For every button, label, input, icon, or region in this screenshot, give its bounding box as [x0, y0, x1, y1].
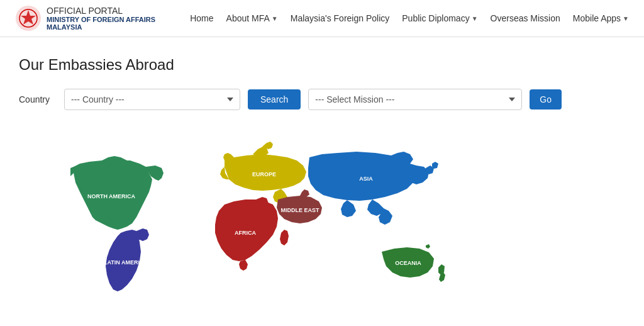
mission-select[interactable]: --- Select Mission ---: [308, 89, 522, 110]
map-container: NORTH AMERICA LATIN AMERICA EUROPE AFR: [19, 123, 625, 312]
main-nav: Home About MFA ▼ Malaysia's Foreign Poli…: [190, 13, 629, 23]
chevron-down-icon: ▼: [623, 15, 629, 22]
logo-text: OFFICIAL PORTAL MINISTRY OF FOREIGN AFFA…: [47, 6, 155, 31]
header: OFFICIAL PORTAL MINISTRY OF FOREIGN AFFA…: [0, 0, 644, 37]
main-content: Our Embassies Abroad Country --- Country…: [0, 37, 644, 312]
north-america-region[interactable]: NORTH AMERICA: [70, 156, 164, 230]
nav-overseas-mission[interactable]: Overseas Mission: [491, 13, 560, 23]
nav-about-mfa[interactable]: About MFA ▼: [226, 13, 278, 23]
nav-home[interactable]: Home: [190, 13, 213, 23]
chevron-down-icon: ▼: [272, 15, 278, 22]
country-label: Country: [19, 94, 57, 104]
europe-region[interactable]: EUROPE: [220, 142, 306, 203]
go-button[interactable]: Go: [530, 89, 562, 110]
nav-mobile-apps[interactable]: Mobile Apps ▼: [573, 13, 629, 23]
filter-row: Country --- Country --- Search --- Selec…: [19, 89, 625, 110]
oceania-region[interactable]: OCEANIA: [382, 244, 445, 282]
asia-region[interactable]: ASIA: [308, 152, 438, 225]
logo-icon: [15, 5, 42, 31]
latin-america-region[interactable]: LATIN AMERICA: [104, 228, 149, 291]
nav-public-diplomacy[interactable]: Public Diplomacy ▼: [402, 13, 477, 23]
search-button[interactable]: Search: [248, 89, 301, 110]
page-title: Our Embassies Abroad: [19, 56, 625, 74]
nav-foreign-policy[interactable]: Malaysia's Foreign Policy: [291, 13, 390, 23]
world-map: NORTH AMERICA LATIN AMERICA EUROPE AFR: [39, 129, 605, 305]
logo-area: OFFICIAL PORTAL MINISTRY OF FOREIGN AFFA…: [15, 5, 155, 31]
country-select[interactable]: --- Country ---: [64, 89, 240, 110]
chevron-down-icon: ▼: [472, 15, 478, 22]
